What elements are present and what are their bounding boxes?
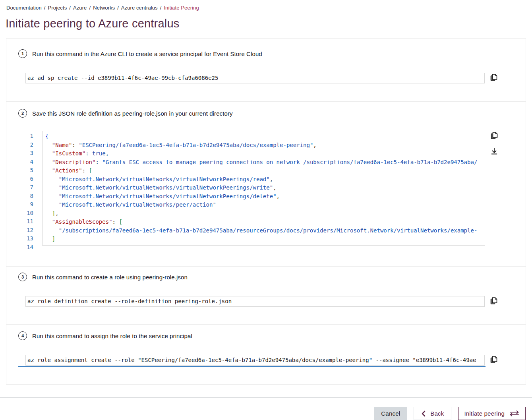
json-line-number: 1 (18, 132, 33, 141)
horizontal-scrollbar[interactable] (18, 366, 486, 367)
json-line-number: 11 (18, 217, 33, 226)
transfer-arrows-icon (509, 410, 520, 417)
copy-icon (489, 355, 499, 366)
chevron-left-icon (421, 410, 426, 417)
json-code-line: "Microsoft.Network/virtualNetworks/virtu… (45, 184, 485, 192)
peering-steps-card: 1 Run this command in the Azure CLI to c… (6, 38, 526, 385)
initiate-peering-button[interactable]: Initiate peering (458, 407, 526, 420)
step-1-section: 1 Run this command in the Azure CLI to c… (6, 39, 526, 101)
json-code-line: "/subscriptions/fa7eed6a-1ec5-4efa-b71a-… (45, 226, 485, 235)
json-code-editor[interactable]: { "Name": "ESCPeering/fa7eed6a-1ec5-4efa… (42, 131, 485, 246)
json-code-line: "Microsoft.Network/virtualNetworks/virtu… (45, 192, 485, 201)
breadcrumb-item-documentation[interactable]: Documentation (6, 5, 42, 11)
step-1-header: 1 Run this command in the Azure CLI to c… (18, 49, 526, 58)
step-2-number-badge: 2 (18, 109, 27, 118)
copy-icon (489, 73, 499, 83)
download-json-button[interactable] (489, 147, 499, 157)
step-2-instruction: Save this JSON role definition as peerin… (32, 110, 233, 117)
breadcrumb-separator: / (160, 5, 162, 11)
step-3-number-badge: 3 (18, 273, 27, 281)
step-4-header: 4 Run this command to assign the role to… (18, 331, 526, 340)
step-2-header: 2 Save this JSON role definition as peer… (18, 109, 526, 118)
step-4-number-badge: 4 (18, 331, 27, 340)
json-line-number: 10 (18, 209, 33, 218)
json-code-line: } (45, 244, 485, 246)
back-button-label: Back (430, 410, 444, 417)
step-3-command-code: az role definition create --role-definit… (25, 296, 485, 307)
json-line-number: 8 (18, 192, 33, 201)
step-3-instruction: Run this command to create a role using … (32, 274, 188, 281)
json-code-line: { (45, 132, 485, 141)
json-line-number: 9 (18, 200, 33, 209)
breadcrumb-separator: / (44, 5, 46, 11)
step-2-section: 2 Save this JSON role definition as peer… (6, 101, 526, 266)
copy-button[interactable] (489, 296, 499, 307)
copy-button[interactable] (489, 355, 499, 366)
json-code-line: ], (45, 209, 485, 218)
json-code-line: "Microsoft.Network/virtualNetworks/peer/… (45, 201, 485, 209)
step-4-section: 4 Run this command to assign the role to… (6, 324, 526, 384)
copy-icon (489, 131, 499, 141)
back-button[interactable]: Back (414, 407, 451, 420)
step-3-section: 3 Run this command to create a role usin… (6, 266, 526, 324)
breadcrumb-separator: / (89, 5, 91, 11)
json-line-number: 12 (18, 226, 33, 235)
breadcrumb-item-networks[interactable]: Networks (93, 5, 115, 11)
json-line-number: 14 (18, 243, 33, 252)
json-line-number: 13 (18, 234, 33, 243)
json-code-line: "AssignableScopes": [ (45, 218, 485, 226)
footer-actions: Cancel Back Initiate peering (0, 398, 532, 420)
step-4-command-code[interactable]: az role assignment create --role "ESCPee… (25, 355, 485, 366)
json-code-line: "Description": "Grants ESC access to man… (45, 158, 485, 167)
step-1-number-badge: 1 (18, 49, 27, 58)
json-code-line: "Microsoft.Network/virtualNetworks/virtu… (45, 175, 485, 184)
breadcrumb-separator: / (69, 5, 71, 11)
json-line-number: 5 (18, 166, 33, 175)
json-line-number: 3 (18, 149, 33, 158)
breadcrumb: Documentation/Projects/Azure/Networks/Az… (0, 0, 532, 11)
copy-json-button[interactable] (489, 131, 499, 141)
step-3-header: 3 Run this command to create a role usin… (18, 273, 526, 281)
json-code-line: "Actions": [ (45, 166, 485, 175)
initiate-peering-label: Initiate peering (464, 410, 505, 417)
copy-button[interactable] (489, 73, 499, 83)
json-line-numbers: 1234567891011121314 (18, 131, 33, 252)
json-line-number: 2 (18, 141, 33, 149)
json-code-line: ] (45, 235, 485, 244)
download-icon (489, 147, 499, 157)
breadcrumb-separator: / (117, 5, 119, 11)
cancel-button[interactable]: Cancel (374, 407, 407, 420)
copy-icon (489, 296, 499, 307)
breadcrumb-item-azure-centralus[interactable]: Azure centralus (121, 5, 158, 11)
json-line-number: 7 (18, 183, 33, 192)
step-1-command-code: az ad sp create --id e3899b11-4f6c-49ae-… (25, 73, 485, 83)
step-1-instruction: Run this command in the Azure CLI to cre… (32, 50, 262, 57)
json-code-line: "Name": "ESCPeering/fa7eed6a-1ec5-4efa-b… (45, 141, 485, 150)
json-line-number: 6 (18, 175, 33, 184)
breadcrumb-item-azure[interactable]: Azure (73, 5, 87, 11)
breadcrumb-item-projects[interactable]: Projects (48, 5, 67, 11)
page-title: Initiate peering to Azure centralus (6, 17, 532, 30)
json-code-lines: { "Name": "ESCPeering/fa7eed6a-1ec5-4efa… (45, 132, 485, 246)
step-4-instruction: Run this command to assign the role to t… (32, 333, 192, 339)
json-line-number: 4 (18, 158, 33, 166)
json-code-line: "IsCustom": true, (45, 149, 485, 158)
breadcrumb-current-initiate-peering: Initiate Peering (164, 5, 199, 11)
